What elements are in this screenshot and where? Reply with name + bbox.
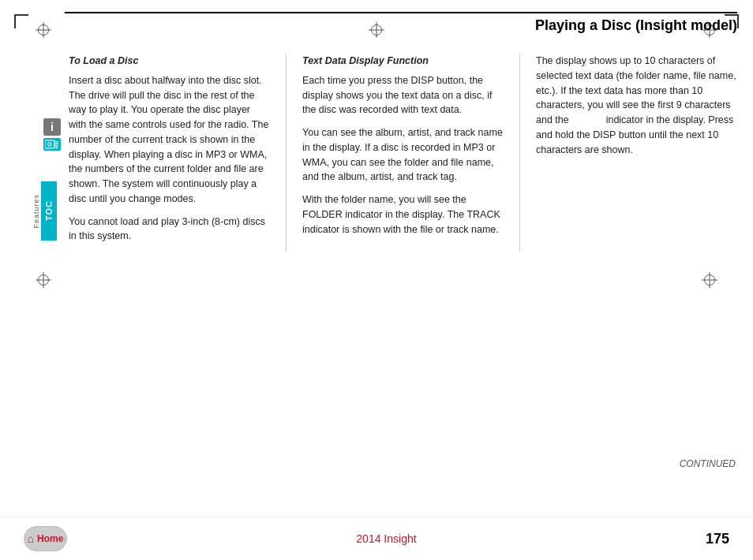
columns-container: To Load a Disc Insert a disc about halfw… — [65, 54, 737, 252]
col3-para1: The display shows up to 10 characters of… — [536, 54, 737, 157]
main-content: Playing a Disc (Insight model) To Load a… — [57, 0, 753, 517]
features-label: Features — [32, 181, 41, 241]
toc-label: TOC — [44, 200, 54, 221]
toc-tab[interactable]: TOC — [41, 181, 57, 241]
home-label: Home — [37, 533, 63, 544]
home-icon: ⌂ — [28, 532, 34, 545]
footer-title: 2014 Insight — [356, 532, 416, 545]
column-1: To Load a Disc Insert a disc about halfw… — [69, 54, 270, 252]
column-3: The display shows up to 10 characters of… — [536, 54, 737, 252]
col1-title: To Load a Disc — [69, 54, 270, 69]
col2-para3: With the folder name, you will see the F… — [302, 192, 504, 237]
col1-para2: You cannot load and play 3-inch (8-cm) d… — [69, 215, 270, 245]
page-number: 175 — [706, 531, 729, 547]
svg-point-2 — [49, 144, 51, 145]
col1-para1: Insert a disc about halfway into the dis… — [69, 73, 270, 207]
col2-para2: You can see the album, artist, and track… — [302, 125, 504, 185]
sidebar: i TOC Features — [0, 0, 57, 560]
home-button[interactable]: ⌂ Home — [24, 526, 67, 551]
footer: ⌂ Home 2014 Insight 175 — [0, 517, 753, 560]
features-text: Features — [32, 194, 40, 229]
col2-para1: Each time you press the DISP button, the… — [302, 73, 504, 118]
col2-title: Text Data Display Function — [302, 54, 504, 69]
page-title: Playing a Disc (Insight model) — [65, 12, 737, 38]
col-divider-1 — [286, 54, 287, 252]
page: i TOC Features Playing a Disc (Insight m… — [0, 0, 753, 560]
column-2: Text Data Display Function Each time you… — [302, 54, 504, 252]
col-divider-2 — [519, 54, 520, 252]
continued-label: CONTINUED — [680, 458, 736, 469]
